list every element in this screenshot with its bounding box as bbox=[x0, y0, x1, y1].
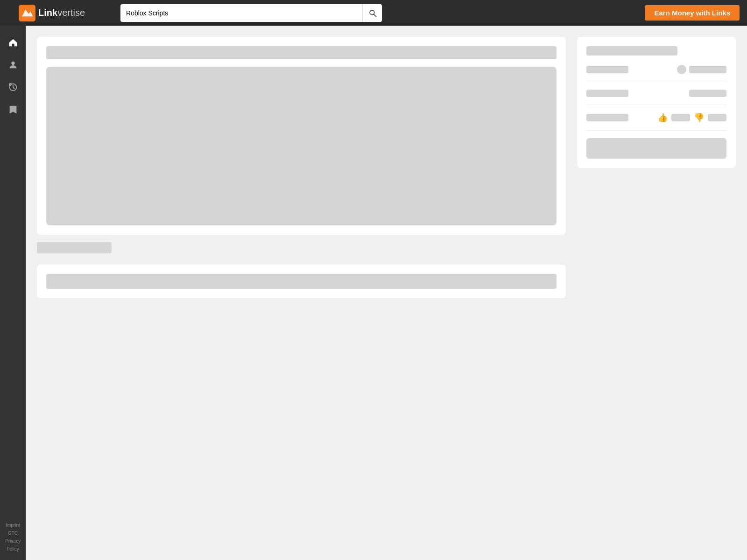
skeleton-row1-value-group bbox=[677, 65, 726, 74]
skeleton-action-button bbox=[586, 138, 726, 159]
search-button[interactable] bbox=[362, 4, 382, 22]
sidebar-item-home[interactable] bbox=[4, 33, 22, 52]
layout: Imprint GTC Privacy Policy bbox=[0, 26, 747, 560]
footer-link-gtc[interactable]: GTC bbox=[8, 530, 18, 537]
skeleton-row2-label bbox=[586, 90, 628, 97]
skeleton-secondary-bar bbox=[46, 274, 557, 289]
main-card bbox=[37, 37, 566, 235]
search-input[interactable] bbox=[120, 4, 362, 22]
skeleton-row1-label bbox=[586, 66, 628, 73]
main-content: 👍 👎 bbox=[26, 26, 747, 560]
skeleton-image bbox=[46, 67, 557, 225]
skeleton-right-heading bbox=[586, 46, 677, 56]
sidebar: Imprint GTC Privacy Policy bbox=[0, 26, 26, 560]
right-column: 👍 👎 bbox=[577, 37, 736, 549]
skeleton-thumbs-up-count bbox=[671, 114, 690, 121]
right-card: 👍 👎 bbox=[577, 37, 736, 168]
history-icon bbox=[8, 82, 18, 92]
header: Linkvertise Earn Money with Links bbox=[0, 0, 747, 26]
sidebar-item-history[interactable] bbox=[4, 78, 22, 97]
secondary-card bbox=[37, 265, 566, 298]
skeleton-row-2 bbox=[586, 90, 726, 105]
logo[interactable]: Linkvertise bbox=[19, 5, 85, 21]
footer-link-imprint[interactable]: Imprint bbox=[6, 522, 20, 529]
sidebar-item-bookmarks[interactable] bbox=[4, 100, 22, 119]
footer-link-privacy[interactable]: Privacy bbox=[5, 538, 21, 545]
logo-link-text: Link bbox=[38, 7, 57, 18]
bookmark-icon bbox=[8, 105, 18, 115]
thumbs-down-icon: 👎 bbox=[694, 112, 704, 123]
skeleton-row1-circle bbox=[677, 65, 686, 74]
left-column bbox=[37, 37, 566, 549]
home-icon bbox=[8, 37, 18, 48]
sidebar-item-profile[interactable] bbox=[4, 56, 22, 74]
svg-line-5 bbox=[374, 14, 376, 16]
search-container bbox=[120, 4, 382, 22]
skeleton-title bbox=[46, 46, 557, 59]
search-icon bbox=[368, 9, 377, 17]
thumbs-up-icon: 👍 bbox=[657, 112, 668, 123]
menu-icon[interactable] bbox=[7, 6, 11, 20]
sidebar-footer: Imprint GTC Privacy Policy bbox=[5, 522, 21, 553]
skeleton-row1-value bbox=[689, 66, 726, 73]
logo-vertise-text: vertise bbox=[57, 7, 85, 18]
person-icon bbox=[8, 60, 18, 70]
skeleton-section-label bbox=[37, 242, 112, 253]
skeleton-row-3: 👍 👎 bbox=[586, 112, 726, 131]
skeleton-row2-value bbox=[689, 90, 726, 97]
svg-point-6 bbox=[11, 62, 14, 65]
skeleton-row3-label bbox=[586, 114, 628, 121]
earn-money-button[interactable]: Earn Money with Links bbox=[645, 5, 740, 21]
footer-link-policy[interactable]: Policy bbox=[7, 546, 19, 553]
skeleton-thumbs-down-count bbox=[708, 114, 726, 121]
skeleton-row3-thumbs: 👍 👎 bbox=[657, 112, 726, 123]
skeleton-row-1 bbox=[586, 65, 726, 82]
